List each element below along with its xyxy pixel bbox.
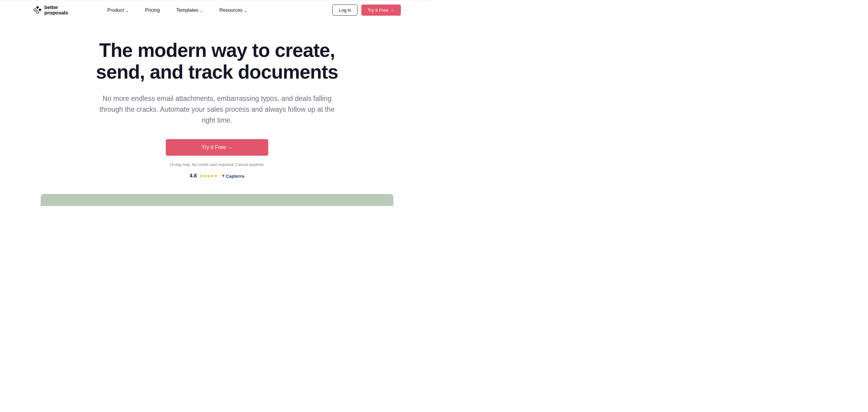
nav-label: Resources [219,7,242,13]
rating-row: 4.8 ★★★★★ Capterra [33,173,401,179]
svg-rect-3 [34,8,37,11]
hero-try-free-button[interactable]: Try it Free → [166,139,268,156]
chevron-down-icon [126,9,128,11]
nav-item-templates[interactable]: Templates [176,7,203,13]
nav-item-product[interactable]: Product [107,7,128,13]
login-label: Log in [339,7,351,13]
svg-rect-1 [38,8,41,11]
try-free-label: Try it Free [368,7,388,13]
svg-rect-0 [36,6,39,9]
hero-fineprint: 14-day trial. No credit card required. C… [33,162,401,167]
nav-item-resources[interactable]: Resources [219,7,247,13]
nav-item-pricing[interactable]: Pricing [145,7,160,13]
capterra-icon [220,173,224,179]
rating-score: 4.8 [190,173,197,179]
svg-rect-2 [36,10,39,13]
media-band [41,194,393,206]
arrow-right-icon: → [228,145,232,150]
nav-actions: Log in Try it Free → [333,4,401,16]
try-free-button[interactable]: Try it Free → [361,4,401,16]
logo-text: better proposals [44,5,68,16]
chevron-down-icon [200,9,203,11]
rating-stars: ★★★★★ [199,173,218,178]
hero: The modern way to create, send, and trac… [33,19,401,179]
login-button[interactable]: Log in [333,4,358,16]
top-nav: better proposals Product Pricing Templat… [33,0,401,19]
nav-label: Product [107,7,124,13]
nav-label: Templates [176,7,198,13]
rating-source[interactable]: Capterra [220,173,244,179]
logo[interactable]: better proposals [33,5,68,16]
nav-links: Product Pricing Templates Resources [107,7,247,13]
arrow-right-icon: → [390,8,395,12]
hero-cta-row: Try it Free → [33,139,401,156]
hero-cta-label: Try it Free [202,144,226,150]
chevron-down-icon [244,9,247,11]
hero-subhead: No more endless email attachments, embar… [93,93,341,126]
hero-headline: The modern way to create, send, and trac… [89,40,345,83]
rating-source-label: Capterra [226,173,244,179]
logo-icon [33,6,41,14]
nav-label: Pricing [145,7,160,13]
